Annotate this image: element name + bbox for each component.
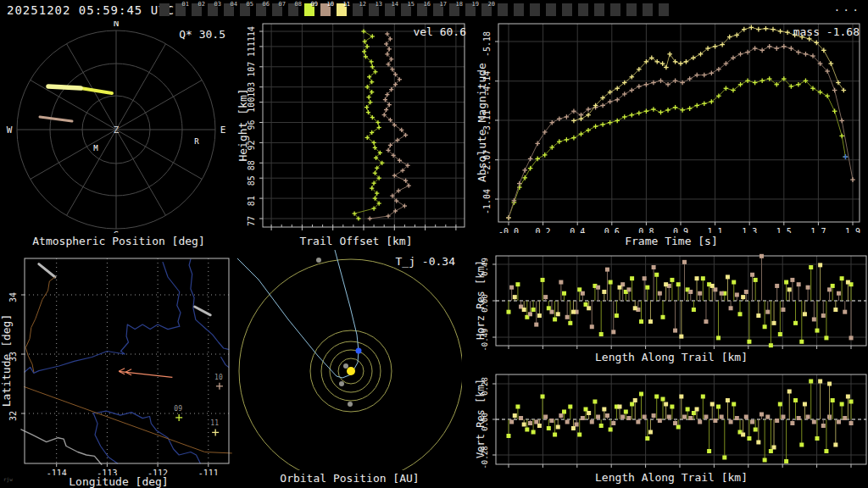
svg-text:22: 22: [572, 469, 582, 470]
frame-box-label: 01: [182, 1, 189, 8]
frame-box-17[interactable]: 17: [433, 3, 443, 16]
atmospheric-position-panel: NSWEZMR Q* 30.5 Atmospheric Position [de…: [0, 21, 237, 252]
frame-box[interactable]: [643, 3, 653, 16]
svg-text:W: W: [7, 125, 13, 136]
frame-box-label: 02: [198, 1, 205, 8]
svg-text:6.0: 6.0: [418, 232, 433, 233]
vert-xlabel: Length Along Trail [km]: [475, 471, 868, 484]
frame-box-09[interactable]: 09: [304, 3, 314, 16]
frame-selector[interactable]: 0102030405060708091011121314151617181920: [159, 3, 675, 16]
frame-box[interactable]: [546, 3, 556, 16]
svg-text:-6.0: -6.0: [292, 232, 312, 233]
svg-text:100: 100: [810, 469, 825, 470]
frame-box-11[interactable]: 11: [337, 3, 347, 16]
horz-res-plot: -011223344566778891001110.490.00-0.49: [475, 250, 868, 350]
frame-box-label: 20: [488, 1, 495, 8]
trail-ylabel: Height [km]: [236, 41, 249, 210]
mass-stat: mass -1.68: [793, 25, 860, 38]
frame-box[interactable]: [514, 3, 524, 16]
frame-box-14[interactable]: 14: [385, 3, 395, 16]
svg-text:09: 09: [174, 405, 182, 413]
frame-box[interactable]: [659, 3, 669, 16]
svg-text:M: M: [93, 144, 98, 152]
frame-box-06[interactable]: 06: [256, 3, 266, 16]
frame-box-12[interactable]: 12: [353, 3, 363, 16]
frame-box-20[interactable]: 20: [481, 3, 492, 16]
orbital-title: Orbital Position [AU]: [237, 472, 462, 485]
frame-box-05[interactable]: 05: [240, 3, 250, 16]
frame-box-label: 17: [440, 1, 447, 8]
frame-box-label: 06: [263, 1, 270, 8]
map-xlabel: Longitude [deg]: [0, 475, 237, 488]
frame-box-label: 12: [359, 1, 366, 8]
atmospheric-polar-plot: NSWEZMR: [0, 21, 237, 233]
svg-text:89: 89: [777, 469, 787, 470]
frame-box-label: 15: [408, 1, 415, 8]
frame-box[interactable]: [562, 3, 572, 16]
vert-ylabel: Vert Res [km]: [475, 334, 487, 488]
frame-box-label: 13: [376, 1, 382, 8]
frame-box-label: 16: [424, 1, 431, 8]
svg-text:1.5: 1.5: [776, 227, 792, 233]
frame-box-07[interactable]: 07: [272, 3, 282, 16]
frame-box-label: 14: [392, 1, 398, 8]
frame-box[interactable]: [498, 3, 508, 16]
svg-text:-3.0: -3.0: [323, 232, 343, 233]
svg-text:1.1: 1.1: [708, 227, 723, 233]
frame-box-16[interactable]: 16: [417, 3, 427, 16]
vertical-residuals-panel: -011223344566778891001110.280.00-0.28 Le…: [475, 369, 868, 488]
frame-box[interactable]: [610, 3, 620, 16]
map-ylabel: Latitude [deg]: [0, 276, 13, 446]
svg-text:78: 78: [743, 469, 754, 470]
svg-text:0.9: 0.9: [673, 227, 688, 233]
frame-box-03[interactable]: 03: [208, 3, 218, 16]
meteor-analysis-app: 20251202 05:59:45 UTC 010203040506070809…: [0, 0, 868, 488]
frame-box-19[interactable]: 19: [465, 3, 476, 16]
frame-box-15[interactable]: 15: [401, 3, 411, 16]
watermark: rjw: [3, 476, 13, 482]
frame-box[interactable]: [159, 3, 170, 16]
trail-offset-plot: -9.0-6.0-3.00.03.06.09.01141111071031009…: [237, 21, 475, 233]
svg-text:1.7: 1.7: [810, 227, 826, 233]
frame-box-01[interactable]: 01: [175, 3, 186, 16]
orbital-position-panel: T_j -0.34 Orbital Position [AU]: [237, 250, 462, 488]
frame-box-02[interactable]: 02: [192, 3, 202, 16]
frame-box-label: 10: [327, 1, 334, 8]
frame-box-label: 07: [279, 1, 286, 8]
svg-text:Z: Z: [114, 125, 120, 136]
svg-text:11: 11: [210, 419, 219, 427]
frame-box-04[interactable]: 04: [224, 3, 234, 16]
frame-box[interactable]: [594, 3, 604, 16]
svg-text:R: R: [194, 137, 199, 146]
ground-map: -114-113-112-111343332091011: [0, 250, 237, 475]
svg-text:-0: -0: [504, 469, 514, 470]
svg-text:-111: -111: [198, 469, 219, 475]
svg-text:1.3: 1.3: [742, 227, 757, 233]
light-curve-panel: -0.00.20.40.60.80.91.11.31.51.71.9-5.18-…: [475, 21, 868, 252]
frame-box-18[interactable]: 18: [449, 3, 459, 16]
atmospheric-title: Atmospheric Position [deg]: [0, 235, 237, 247]
frame-box-10[interactable]: 10: [320, 3, 331, 16]
trail-offset-panel: -9.0-6.0-3.00.03.06.09.01141111071031009…: [237, 21, 475, 252]
frame-box-label: 08: [295, 1, 302, 8]
frame-box-13[interactable]: 13: [369, 3, 379, 16]
frame-box-08[interactable]: 08: [288, 3, 298, 16]
q-star-stat: Q* 30.5: [179, 28, 225, 41]
svg-text:33: 33: [606, 469, 616, 470]
frame-box-label: 09: [311, 1, 318, 8]
frame-box[interactable]: [530, 3, 540, 16]
overflow-menu[interactable]: ...: [834, 1, 861, 14]
svg-text:-9.0: -9.0: [261, 232, 281, 233]
svg-text:111: 111: [843, 469, 859, 470]
frame-box-label: 11: [343, 1, 350, 8]
frame-box[interactable]: [626, 3, 637, 16]
svg-text:10: 10: [214, 374, 223, 381]
trail-xlabel: Trail Offset [km]: [237, 235, 475, 247]
svg-text:1.9: 1.9: [845, 227, 860, 233]
svg-text:9.0: 9.0: [448, 232, 464, 233]
frame-box[interactable]: [578, 3, 588, 16]
svg-text:0.8: 0.8: [638, 227, 654, 233]
timestamp: 20251202 05:59:45 UTC: [7, 3, 175, 17]
magnitude-ylabel: Absolute Magnitude: [476, 38, 488, 208]
svg-text:-112: -112: [147, 469, 168, 475]
